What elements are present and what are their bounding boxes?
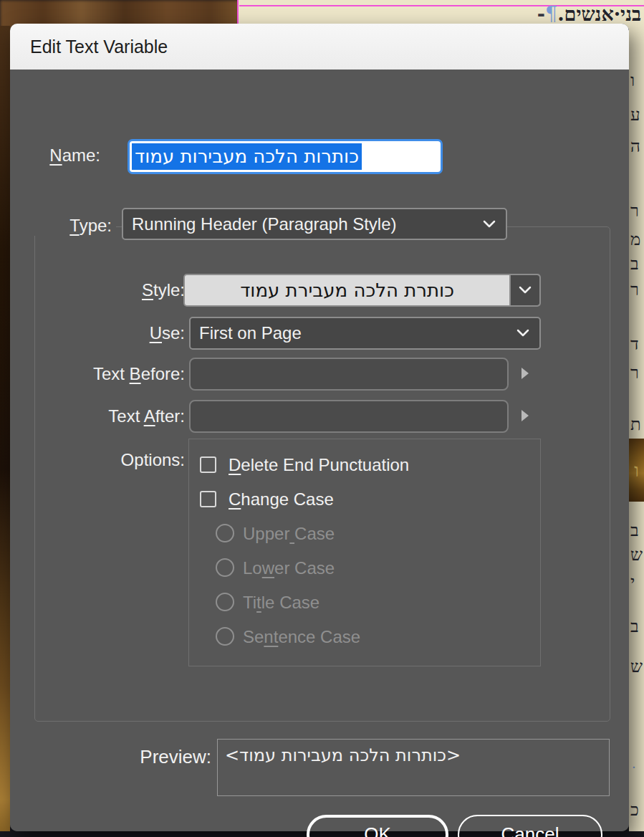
sentence-case-radio[interactable] — [216, 627, 234, 646]
heading-text: בני·אנשים. — [557, 3, 641, 25]
background-letter-fragment: ר — [630, 202, 639, 219]
background-letter-fragment: ע — [630, 106, 640, 123]
sentence-case-label: Sentence Case — [243, 627, 360, 647]
name-input-selected-text: כותרות הלכה מעבירות עמוד — [132, 143, 362, 171]
style-dropdown-button[interactable] — [509, 275, 539, 305]
use-dropdown[interactable]: First on Page — [189, 317, 541, 350]
heading-dash: - — [537, 3, 545, 25]
preview-box: <כותרות הלכה מעבירות עמוד> — [217, 739, 610, 796]
background-letter-fragment: ב — [630, 255, 639, 272]
background-letter-fragment: ר — [630, 281, 639, 298]
text-after-input[interactable] — [189, 400, 509, 433]
text-before-input[interactable] — [189, 358, 509, 391]
name-input[interactable]: כותרות הלכה מעבירות עמוד — [128, 139, 443, 174]
style-dropdown[interactable]: כותרת הלכה מעבירת עמוד — [183, 274, 541, 307]
background-letter-fragment: מ — [630, 231, 640, 248]
title-case-radio[interactable] — [216, 593, 234, 611]
text-before-label: Text Before: — [67, 364, 185, 384]
text-before-menu-arrow[interactable] — [520, 367, 532, 380]
change-case-label: Change Case — [229, 489, 334, 510]
edit-text-variable-dialog: Edit Text Variable Name: כותרות הלכה מעב… — [10, 24, 629, 831]
background-blue-mark: · — [632, 761, 636, 774]
preview-text: <כותרות הלכה מעבירות עמוד> — [225, 745, 461, 765]
background-letter-fragment: ש — [630, 546, 643, 563]
ok-button[interactable]: OK — [307, 815, 448, 837]
pilcrow-mark: ¶ — [545, 3, 557, 25]
background-letter-fragment: ה — [630, 138, 640, 155]
chevron-down-icon — [483, 220, 496, 229]
background-letter-fragment: ו — [630, 72, 635, 89]
change-case-checkbox[interactable] — [200, 491, 216, 507]
style-dropdown-value: כותרת הלכה מעבירת עמוד — [185, 275, 509, 305]
background-wood-left-edge — [0, 26, 10, 831]
dialog-titlebar[interactable]: Edit Text Variable — [10, 24, 629, 70]
use-label: Use: — [103, 323, 185, 343]
background-letter-fragment: ש — [630, 658, 643, 675]
background-hebrew-heading: בני·אנשים.¶- — [537, 3, 641, 26]
type-dropdown-value: Running Header (Paragraph Style) — [132, 214, 397, 234]
type-label: Type: — [24, 216, 116, 236]
chevron-down-icon — [516, 329, 529, 338]
name-label: Name: — [24, 145, 100, 166]
cancel-button[interactable]: Cancel — [458, 815, 602, 837]
magenta-guide-vertical — [237, 0, 239, 26]
background-letter-fragment: כ — [630, 801, 639, 818]
text-after-menu-arrow[interactable] — [520, 409, 532, 422]
lower-case-label: Lower Case — [243, 558, 335, 578]
title-case-label: Title Case — [243, 593, 319, 613]
dialog-title: Edit Text Variable — [30, 37, 168, 57]
background-letter-fragment: ב — [630, 522, 639, 539]
upper-case-label: Upper Case — [243, 524, 335, 544]
background-gold-illustration: ו — [629, 439, 644, 502]
upper-case-radio[interactable] — [216, 524, 234, 542]
background-letter-fragment: ת — [630, 416, 641, 433]
use-dropdown-value: First on Page — [199, 323, 302, 343]
dialog-body: Name: כותרות הלכה מעבירות עמוד Type: Run… — [10, 70, 629, 831]
text-after-label: Text After: — [67, 406, 185, 426]
delete-end-punctuation-label: Delete End Punctuation — [229, 455, 409, 475]
preview-label: Preview: — [110, 746, 211, 768]
lower-case-radio[interactable] — [216, 558, 234, 577]
background-letter-fragment: ד — [630, 335, 639, 353]
gold-glyph: ו — [634, 459, 639, 481]
background-letter-fragment: ב — [630, 618, 639, 635]
style-label: Style: — [103, 280, 185, 300]
chevron-down-icon — [519, 286, 532, 295]
options-group: Delete End Punctuation Change Case Upper… — [188, 439, 541, 666]
background-letter-fragment: ר — [630, 364, 639, 381]
background-document-page-right: ועהרמברדרתבשיבשכ· — [629, 0, 644, 831]
type-dropdown[interactable]: Running Header (Paragraph Style) — [122, 208, 507, 240]
options-label: Options: — [103, 450, 185, 470]
background-letter-fragment: י — [630, 573, 635, 590]
delete-end-punctuation-checkbox[interactable] — [200, 456, 216, 473]
